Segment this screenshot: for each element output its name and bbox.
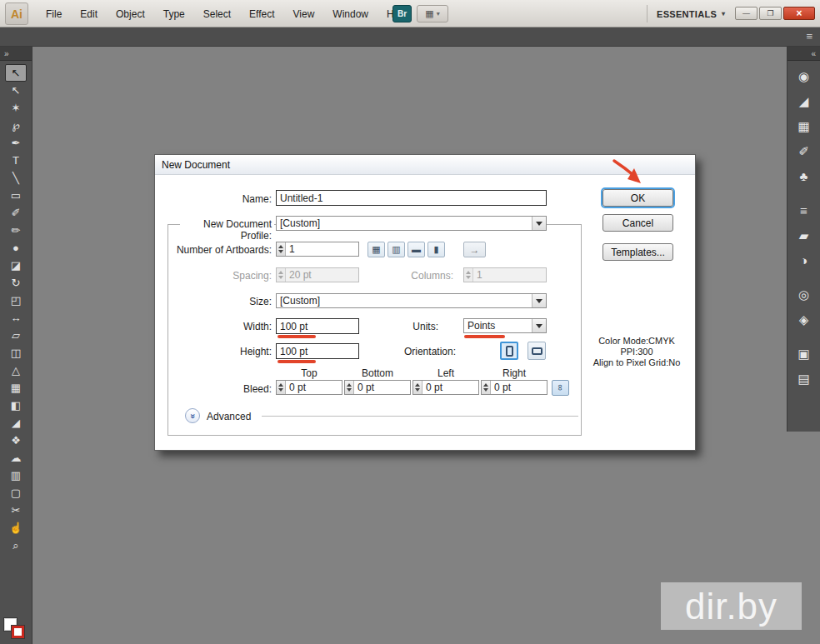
- profile-select[interactable]: [Custom]: [276, 216, 547, 231]
- swatches-panel-icon[interactable]: ▦: [792, 116, 816, 137]
- column-graph-tool[interactable]: ▥: [5, 467, 27, 484]
- artboards-panel-icon[interactable]: ▣: [792, 343, 816, 364]
- free-transform-tool[interactable]: ▱: [5, 327, 27, 344]
- stepper-icon[interactable]: [345, 381, 354, 394]
- layout-icon: ▥: [392, 245, 400, 254]
- transparency-panel-icon[interactable]: ◑: [792, 250, 816, 271]
- tool-icon: ╲: [12, 172, 19, 183]
- hand-tool[interactable]: ☝: [5, 519, 27, 537]
- pen-tool[interactable]: ✒: [5, 134, 27, 152]
- orientation-landscape-button[interactable]: [528, 342, 546, 360]
- artboards-label: Number of Artboards:: [155, 244, 272, 256]
- type-tool[interactable]: T: [5, 152, 27, 169]
- menu-view[interactable]: View: [284, 0, 324, 27]
- menu-select[interactable]: Select: [194, 0, 240, 27]
- ok-button[interactable]: OK: [602, 189, 673, 207]
- bleed-left-input[interactable]: 0 pt: [412, 380, 479, 395]
- blend-tool[interactable]: ❖: [5, 432, 27, 449]
- shape-builder-tool[interactable]: ◫: [5, 344, 27, 362]
- name-input[interactable]: Untitled-1: [276, 190, 547, 206]
- width-input[interactable]: 100 pt: [276, 318, 359, 334]
- menu-bar: Ai FileEditObjectTypeSelectEffectViewWin…: [0, 0, 820, 27]
- menu-object[interactable]: Object: [107, 0, 154, 27]
- grid-by-row-button[interactable]: ▦: [368, 242, 385, 257]
- stepper-icon[interactable]: [482, 381, 491, 394]
- symbols-panel-icon[interactable]: ♣: [792, 166, 816, 187]
- rtl-layout-button[interactable]: →: [463, 242, 486, 257]
- size-select[interactable]: [Custom]: [276, 293, 547, 308]
- menu-window[interactable]: Window: [323, 0, 378, 27]
- menu-type[interactable]: Type: [154, 0, 194, 27]
- rectangle-tool[interactable]: ▭: [5, 187, 27, 204]
- pencil-tool[interactable]: ✏: [5, 222, 27, 239]
- stepper-icon[interactable]: [277, 242, 286, 256]
- stepper-icon[interactable]: [413, 381, 422, 394]
- stroke-panel-icon[interactable]: ≡: [792, 200, 816, 221]
- app-logo[interactable]: Ai: [5, 2, 28, 25]
- direct-selection-tool[interactable]: ↖: [5, 82, 27, 99]
- arrange-documents-button[interactable]: ▦ ▾: [417, 5, 448, 22]
- magic-wand-tool[interactable]: ✶: [5, 99, 27, 117]
- rotate-tool[interactable]: ↻: [5, 274, 27, 292]
- graphic-styles-panel-icon[interactable]: ◎: [792, 284, 816, 305]
- tools-panel: » ↖↖✶℘✒T╲▭✐✏●◪↻◰↔▱◫△▦◧◢❖☁▥▢✂☝⌕: [0, 47, 32, 644]
- arrange-by-row-button[interactable]: ▬: [408, 242, 425, 257]
- name-input-value: Untitled-1: [280, 192, 322, 204]
- arrange-by-column-button[interactable]: ▮: [428, 242, 445, 257]
- dock-header[interactable]: «: [788, 47, 820, 61]
- symbol-sprayer-tool[interactable]: ☁: [5, 449, 27, 467]
- height-input[interactable]: 100 pt: [276, 343, 359, 359]
- tool-icon: ◰: [11, 295, 21, 306]
- eyedropper-tool[interactable]: ◢: [5, 414, 27, 432]
- appearance-panel-icon[interactable]: ▰: [792, 225, 816, 246]
- width-tool[interactable]: ↔: [5, 309, 27, 327]
- menu-effect[interactable]: Effect: [240, 0, 283, 27]
- bleed-right-input[interactable]: 0 pt: [481, 380, 548, 395]
- tools-panel-header[interactable]: »: [0, 47, 32, 61]
- paintbrush-tool[interactable]: ✐: [5, 204, 27, 222]
- brushes-panel-icon[interactable]: ✐: [792, 141, 816, 162]
- menu-file[interactable]: File: [37, 0, 71, 27]
- mesh-tool[interactable]: ▦: [5, 379, 27, 397]
- selection-tool[interactable]: ↖: [5, 64, 27, 82]
- artboard-tool[interactable]: ▢: [5, 484, 27, 502]
- artboards-input[interactable]: 1: [276, 242, 359, 257]
- units-select[interactable]: Points: [463, 318, 547, 333]
- navigator-panel-icon[interactable]: ▤: [792, 368, 816, 389]
- grid-by-column-button[interactable]: ▥: [388, 242, 405, 257]
- menu-edit[interactable]: Edit: [71, 0, 107, 27]
- scale-tool[interactable]: ◰: [5, 292, 27, 309]
- templates-button[interactable]: Templates...: [602, 243, 673, 261]
- blob-brush-tool[interactable]: ●: [5, 239, 27, 257]
- panel-menu-icon[interactable]: ≡: [806, 30, 812, 42]
- gradient-tool[interactable]: ◧: [5, 397, 27, 414]
- bleed-top-input[interactable]: 0 pt: [276, 380, 342, 395]
- advanced-toggle-button[interactable]: »: [185, 408, 200, 423]
- zoom-tool[interactable]: ⌕: [5, 537, 27, 554]
- color-panel-icon[interactable]: ◉: [792, 66, 816, 87]
- perspective-grid-tool[interactable]: △: [5, 362, 27, 379]
- lasso-tool[interactable]: ℘: [5, 117, 27, 134]
- cancel-button[interactable]: Cancel: [602, 214, 673, 232]
- stroke-swatch[interactable]: [12, 626, 24, 638]
- restore-button[interactable]: ❐: [759, 7, 782, 20]
- layers-panel-icon[interactable]: ◈: [792, 309, 816, 330]
- stepper-icon: [277, 268, 286, 282]
- dropdown-arrow-icon: [532, 319, 546, 332]
- slice-tool[interactable]: ✂: [5, 502, 27, 519]
- eraser-tool[interactable]: ◪: [5, 257, 27, 274]
- bleed-link-button[interactable]: ∞: [552, 380, 569, 396]
- gradient-panel-icon[interactable]: ◢: [792, 91, 816, 112]
- divider: [262, 416, 578, 417]
- bleed-bottom-input[interactable]: 0 pt: [344, 380, 411, 395]
- fill-stroke-swatches[interactable]: [4, 618, 28, 640]
- line-segment-tool[interactable]: ╲: [5, 169, 27, 187]
- stepper-icon[interactable]: [277, 381, 286, 394]
- close-button[interactable]: ×: [783, 7, 815, 20]
- workspace-switcher[interactable]: ESSENTIALS ▾: [657, 7, 725, 21]
- tool-icon: △: [12, 365, 20, 376]
- minimize-button[interactable]: —: [735, 7, 758, 20]
- bridge-button[interactable]: Br: [392, 5, 412, 22]
- orientation-portrait-button[interactable]: [500, 342, 518, 360]
- spacing-input: 20 pt: [276, 267, 359, 282]
